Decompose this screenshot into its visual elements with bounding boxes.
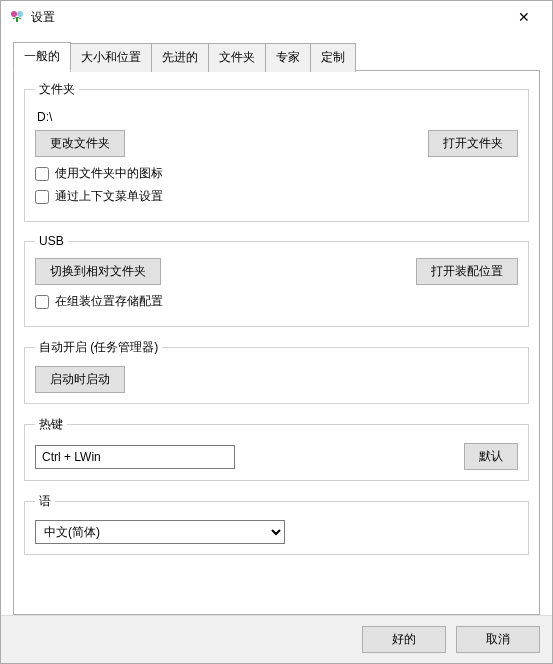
tab-folder[interactable]: 文件夹	[208, 43, 266, 72]
start-on-boot-button[interactable]: 启动时启动	[35, 366, 125, 393]
window-title: 设置	[31, 9, 55, 26]
hotkey-input[interactable]	[35, 445, 235, 469]
checkbox-use-folder-icons[interactable]: 使用文件夹中的图标	[35, 165, 518, 182]
tab-expert[interactable]: 专家	[265, 43, 311, 72]
tab-general[interactable]: 一般的	[13, 42, 71, 71]
group-hotkey: 热键 默认	[24, 416, 529, 481]
titlebar: 设置 ✕	[1, 1, 552, 33]
group-folder-legend: 文件夹	[35, 81, 79, 98]
open-assembly-location-button[interactable]: 打开装配位置	[416, 258, 518, 285]
ok-button[interactable]: 好的	[362, 626, 446, 653]
group-language: 语 中文(简体)	[24, 493, 529, 555]
hotkey-default-button[interactable]: 默认	[464, 443, 518, 470]
dialog-footer: 好的 取消	[1, 615, 552, 663]
checkbox-context-menu-input[interactable]	[35, 190, 49, 204]
tabs: 一般的 大小和位置 先进的 文件夹 专家 定制	[13, 41, 540, 70]
tab-size-position[interactable]: 大小和位置	[70, 43, 152, 72]
settings-window: 设置 ✕ 一般的 大小和位置 先进的 文件夹 专家 定制 文件夹 D:\ 更改文…	[0, 0, 553, 664]
folder-path: D:\	[35, 108, 518, 130]
checkbox-use-folder-icons-label: 使用文件夹中的图标	[55, 165, 163, 182]
checkbox-context-menu[interactable]: 通过上下文菜单设置	[35, 188, 518, 205]
svg-point-1	[17, 11, 23, 17]
group-language-legend: 语	[35, 493, 55, 510]
group-autostart-legend: 自动开启 (任务管理器)	[35, 339, 162, 356]
group-usb-legend: USB	[35, 234, 68, 248]
checkbox-store-config-label: 在组装位置存储配置	[55, 293, 163, 310]
language-select[interactable]: 中文(简体)	[35, 520, 285, 544]
close-icon: ✕	[518, 9, 530, 25]
checkbox-context-menu-label: 通过上下文菜单设置	[55, 188, 163, 205]
svg-point-0	[11, 11, 17, 17]
cancel-button[interactable]: 取消	[456, 626, 540, 653]
group-usb: USB 切换到相对文件夹 打开装配位置 在组装位置存储配置	[24, 234, 529, 327]
checkbox-store-config[interactable]: 在组装位置存储配置	[35, 293, 518, 310]
open-folder-button[interactable]: 打开文件夹	[428, 130, 518, 157]
group-folder: 文件夹 D:\ 更改文件夹 打开文件夹 使用文件夹中的图标 通过上下文菜单设置	[24, 81, 529, 222]
checkbox-use-folder-icons-input[interactable]	[35, 167, 49, 181]
checkbox-store-config-input[interactable]	[35, 295, 49, 309]
tabpage-general: 文件夹 D:\ 更改文件夹 打开文件夹 使用文件夹中的图标 通过上下文菜单设置 …	[13, 70, 540, 615]
tab-advanced[interactable]: 先进的	[151, 43, 209, 72]
group-autostart: 自动开启 (任务管理器) 启动时启动	[24, 339, 529, 404]
client-area: 一般的 大小和位置 先进的 文件夹 专家 定制 文件夹 D:\ 更改文件夹 打开…	[1, 33, 552, 615]
close-button[interactable]: ✕	[502, 3, 546, 31]
switch-relative-folder-button[interactable]: 切换到相对文件夹	[35, 258, 161, 285]
group-hotkey-legend: 热键	[35, 416, 67, 433]
app-icon	[9, 9, 25, 25]
tab-custom[interactable]: 定制	[310, 43, 356, 72]
change-folder-button[interactable]: 更改文件夹	[35, 130, 125, 157]
